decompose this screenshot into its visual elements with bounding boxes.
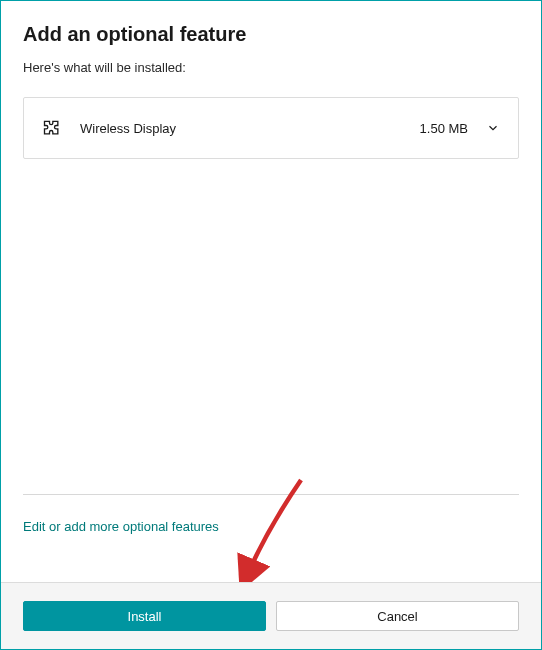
dialog-title: Add an optional feature — [23, 23, 519, 46]
install-button[interactable]: Install — [23, 601, 266, 631]
feature-size-label: 1.50 MB — [420, 121, 468, 136]
feature-row[interactable]: Wireless Display 1.50 MB — [23, 97, 519, 159]
dialog-footer: Install Cancel — [1, 582, 541, 649]
puzzle-icon — [42, 118, 62, 138]
dialog-subtitle: Here's what will be installed: — [23, 60, 519, 75]
chevron-down-icon — [486, 121, 500, 135]
edit-more-link[interactable]: Edit or add more optional features — [23, 519, 519, 534]
feature-name-label: Wireless Display — [80, 121, 420, 136]
divider — [23, 494, 519, 495]
cancel-button[interactable]: Cancel — [276, 601, 519, 631]
